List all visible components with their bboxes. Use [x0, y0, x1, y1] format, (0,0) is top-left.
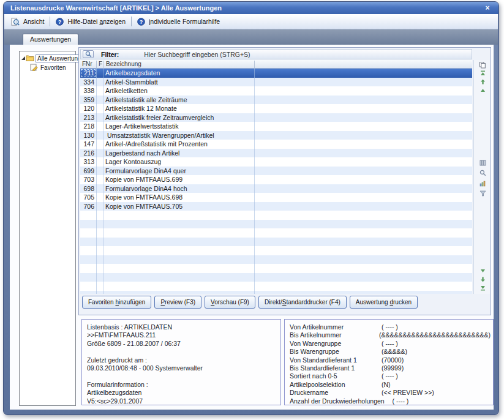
table-row[interactable]: 120 Artikelstatistik 12 Monate — [80, 104, 472, 113]
app-window: Listenausdrucke Warenwirtschaft [ARTIKEL… — [3, 1, 499, 415]
table-row[interactable]: 334 Artikel-Stammblatt — [80, 78, 472, 87]
scroll-top-icon[interactable] — [478, 70, 487, 78]
info-line — [87, 348, 278, 356]
search-icon[interactable] — [478, 170, 487, 177]
direkt-standarddrucker-button[interactable]: Direkt/Standarddrucker (F4) — [258, 296, 347, 309]
info-row: Bis Artikelnummer(&&&&&&&&&&&&&&&&&&&&&&… — [290, 331, 491, 339]
cell-f — [96, 86, 103, 96]
column-header-bezeichnung[interactable]: Bezeichnung — [104, 60, 254, 68]
close-button[interactable]: × — [483, 3, 492, 13]
table-row[interactable]: 338 Artikeletiketten — [80, 86, 472, 96]
column-divider — [103, 69, 104, 294]
cell-bezeichnung: Artikeletiketten — [103, 86, 472, 96]
info-row: Von Standardlieferant 1(70000) — [290, 356, 491, 364]
scroll-page-up-icon[interactable] — [478, 79, 487, 86]
info-row-value: ( ---- ) — [382, 372, 398, 380]
cell-f — [96, 104, 103, 113]
table-row[interactable]: 211 Artikelbezugsdaten — [80, 69, 472, 78]
info-right-rows: Von Artikelnummer( ---- )Bis Artikelnumm… — [290, 323, 491, 405]
table-row[interactable]: 703 Kopie von FMTFAAUS.699 — [80, 175, 472, 184]
cell-fnr: 211 — [80, 69, 96, 78]
cell-fnr: 130 — [80, 131, 96, 140]
cell-bezeichnung: Lager-Artikelwertsstatistik — [103, 122, 472, 131]
tree-expander-icon[interactable] — [21, 55, 26, 62]
table-row[interactable]: 359 Artikelstatistik alle Zeiträume — [80, 96, 472, 105]
table-row[interactable]: 147 Artikel-/Adreßstatistik mit Prozente… — [80, 140, 472, 149]
content-area: Alle Auswertungen Favoriten Filter: FNr … — [10, 45, 494, 410]
table-row[interactable]: 706 Kopie von FMTFAAUS.705 — [80, 202, 472, 211]
tree-item-alle-auswertungen[interactable]: Alle Auswertungen — [20, 54, 75, 62]
copy-icon[interactable] — [478, 61, 487, 69]
cell-fnr: 218 — [80, 122, 96, 131]
help-icon: ? — [137, 18, 145, 26]
table-row[interactable]: 705 Kopie von FMTFAAUS.698 — [80, 193, 472, 202]
cell-bezeichnung: Lager Kontoauszug — [103, 157, 472, 167]
filter-funnel-icon[interactable] — [478, 190, 487, 198]
cell-bezeichnung: Artikelstatistik alle Zeiträume — [103, 96, 472, 105]
cell-fnr: 216 — [80, 149, 96, 158]
vorschau-button[interactable]: Vorschau (F9) — [205, 296, 255, 309]
info-row-value: (70000) — [382, 356, 404, 364]
filter-input[interactable] — [144, 51, 315, 58]
info-row-label: Bis Warengruppe — [290, 348, 382, 356]
cell-bezeichnung: Lagerbestand nach Artikel — [103, 149, 472, 158]
scroll-bottom-icon[interactable] — [478, 285, 487, 293]
scroll-down-icon[interactable] — [478, 268, 487, 276]
cell-bezeichnung: Artikel-Stammblatt — [103, 78, 472, 87]
table-row[interactable]: 130 Umsatzstatistik Warengruppen/Artikel — [80, 131, 472, 140]
table-body: 211 Artikelbezugsdaten 334 Artikel-Stamm… — [80, 69, 472, 294]
info-row: Bis Warengruppe(&&&&&) — [290, 348, 491, 356]
info-row-label: Bis Artikelnummer — [290, 331, 379, 339]
info-row-value: (<< PREVIEW >>) — [382, 389, 434, 397]
table-row[interactable]: 218 Lager-Artikelwertsstatistik — [80, 122, 472, 131]
column-header-f[interactable]: F — [97, 60, 103, 68]
cell-bezeichnung: Artikelstatistik 12 Monate — [103, 104, 472, 113]
info-row-value: (99999) — [382, 364, 404, 372]
auswertung-drucken-button[interactable]: Auswertung drucken — [350, 296, 418, 309]
filter-search-button[interactable] — [83, 50, 94, 58]
column-select-icon[interactable] — [478, 160, 487, 167]
table-row[interactable]: 213 Artikelstatistik freier Zeitraumverg… — [80, 113, 472, 122]
view-magnifier-icon — [11, 18, 20, 26]
cell-f — [96, 184, 103, 193]
chart-icon[interactable] — [478, 181, 487, 188]
toolbar-button-ansicht[interactable]: Ansicht — [7, 17, 48, 27]
cell-fnr: 698 — [80, 184, 96, 193]
info-row: Bis Standardlieferant 1(99999) — [290, 364, 491, 372]
cell-bezeichnung: Kopie von FMTFAAUS.698 — [103, 193, 472, 202]
tree-item-favoriten[interactable]: Favoriten — [30, 63, 75, 72]
cell-f — [96, 122, 103, 131]
preview-button[interactable]: Preview (F3) — [154, 296, 201, 309]
info-row-label: Von Artikelnummer — [290, 323, 382, 331]
favoriten-hinzufuegen-button[interactable]: Favoriten hinzufügen — [82, 296, 151, 309]
info-line: Artikelbezugsdaten — [87, 389, 278, 397]
toolbar-button-formularhilfe[interactable]: ? individuelle Formularhilfe — [134, 17, 224, 27]
cell-fnr: 334 — [80, 78, 96, 87]
info-row: Von Artikelnummer( ---- ) — [290, 323, 491, 331]
cell-f — [96, 69, 103, 78]
table-row[interactable]: 216 Lagerbestand nach Artikel — [80, 149, 472, 158]
tab-auswertungen[interactable]: Auswertungen — [23, 34, 78, 45]
column-divider — [103, 61, 104, 68]
column-divider — [96, 69, 97, 294]
info-panel-left: Listenbasis : ARTIKELDATEN>>FMT\FMTFAAUS… — [81, 319, 281, 405]
filter-label: Filter: — [101, 51, 119, 58]
info-line: 09.03.2010/08:48 - 000 Systemverwalter — [87, 364, 278, 372]
cell-bezeichnung: Formularvorlage DinA4 hoch — [103, 184, 472, 193]
table-row[interactable]: 698 Formularvorlage DinA4 hoch — [80, 184, 472, 193]
scroll-page-down-icon[interactable] — [478, 277, 487, 284]
scroll-up-icon[interactable] — [478, 88, 487, 95]
table-row[interactable]: 313 Lager Kontoauszug — [80, 157, 472, 167]
info-row-value: ( ---- ) — [382, 323, 398, 331]
cell-bezeichnung: Kopie von FMTFAAUS.705 — [103, 202, 472, 211]
info-row-label: Von Warengruppe — [290, 340, 382, 348]
cell-bezeichnung: Formularvorlage DinA4 quer — [103, 167, 472, 176]
table-row[interactable]: 699 Formularvorlage DinA4 quer — [80, 167, 472, 176]
cell-fnr: 705 — [80, 193, 96, 202]
column-header-fnr[interactable]: FNr — [80, 60, 96, 68]
toolbar-button-hilfe-datei[interactable]: ? Hilfe-Datei anzeigen — [52, 17, 129, 27]
cell-f — [96, 113, 103, 122]
auswertungen-panel: Filter: FNr F Bezeichnung 211 Artikelbez… — [78, 47, 491, 315]
info-row-value: ( ---- ) — [382, 397, 408, 405]
cell-bezeichnung: Kopie von FMTFAAUS.699 — [103, 175, 472, 184]
